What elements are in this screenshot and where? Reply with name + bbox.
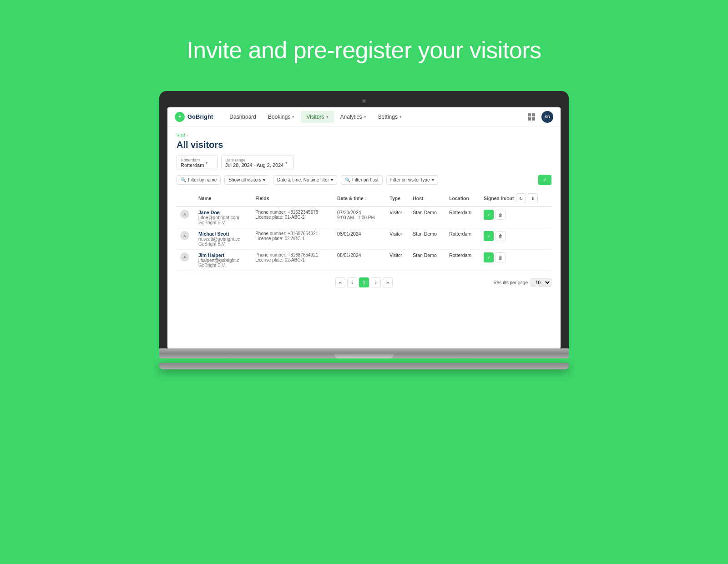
visitor-location: Rotterdam (449, 252, 471, 258)
delete-button[interactable]: 🗑 (495, 210, 506, 220)
laptop-base (159, 348, 569, 358)
datetime-filter-label: Date & time: No time filter (277, 177, 329, 182)
row-type-cell: Visitor (386, 228, 409, 250)
delete-button[interactable]: 🗑 (495, 231, 506, 241)
col-host-header: Host (409, 191, 445, 206)
visitor-date: 08/01/2024 (337, 252, 382, 258)
row-type-cell: Visitor (386, 206, 409, 228)
app-logo: GoBright (175, 112, 213, 122)
row-host-cell: Stan Demo (409, 206, 445, 228)
visitors-filter-chevron-icon: ▾ (263, 177, 265, 182)
visitors-chevron-icon: ▾ (326, 115, 329, 119)
breadcrumb-parent[interactable]: Visit (177, 133, 185, 138)
nav-item-settings[interactable]: Settings ▾ (373, 111, 407, 123)
visitor-type: Visitor (389, 232, 402, 237)
visitor-host: Stan Demo (413, 252, 437, 258)
laptop-mockup: GoBright Dashboard Bookings ▾ Visitors ▾ (159, 91, 569, 369)
nav-item-dashboard[interactable]: Dashboard (224, 111, 262, 123)
nav-item-visitors[interactable]: Visitors ▾ (301, 111, 334, 123)
row-name-cell: Michael Scott m.scott@gobright.cc GoBrig… (195, 228, 252, 250)
table-row: A Jane Doe j.doe@gobright.com GoBright B… (177, 206, 551, 228)
delete-button[interactable]: 🗑 (495, 252, 506, 262)
col-name-header[interactable]: Name (195, 191, 252, 206)
row-actions: ✓ 🗑 (484, 231, 548, 241)
row-location-cell: Rotterdam (445, 228, 480, 250)
visitors-filter-btn[interactable]: Show all visitors ▾ (224, 175, 269, 185)
row-signed-cell: ✓ 🗑 (480, 228, 551, 250)
visitors-filter-label: Show all visitors (228, 177, 261, 182)
datetime-chevron-icon: ▾ (331, 177, 333, 182)
visitor-avatar: A (180, 210, 189, 219)
page-prev-btn[interactable]: ‹ (347, 277, 357, 287)
row-type-cell: Visitor (386, 250, 409, 271)
row-avatar-cell: A (177, 206, 195, 228)
col-location-header: Location (445, 191, 480, 206)
visitor-field: Phone number: +31687654321 (255, 231, 330, 236)
edit-button[interactable]: ✓ (484, 210, 494, 220)
row-actions: ✓ 🗑 (484, 252, 548, 262)
logo-icon (175, 112, 185, 122)
visitor-date: 08/01/2024 (337, 231, 382, 237)
date-value: Jul 28, 2024 - Aug 2, 2024 (225, 162, 283, 168)
row-avatar-cell: A (177, 228, 195, 250)
date-range-filter[interactable]: Date range Jul 28, 2024 - Aug 2, 2024 ▾ (221, 156, 294, 170)
row-name-cell: Jim Halpert j.halpert@gobright.c GoBrigh… (195, 250, 252, 271)
visitors-table: Name Fields Date & time ↕ (177, 191, 551, 271)
filters-row: Rotterdam Rotterdam ▾ Date range Jul 28,… (177, 156, 551, 170)
location-label: Rotterdam (181, 158, 204, 162)
visitor-type: Visitor (389, 210, 402, 215)
visitor-field: Phone number: +31687654321 (255, 252, 330, 257)
edit-button[interactable]: ✓ (484, 231, 494, 241)
type-filter-btn[interactable]: Filter on visitor type ▾ (386, 175, 438, 185)
nav-items: Dashboard Bookings ▾ Visitors ▾ Analytic… (224, 111, 526, 123)
name-filter-btn[interactable]: 🔍 Filter by name (177, 175, 221, 185)
col-fields-header: Fields (252, 191, 334, 206)
location-chevron-icon: ▾ (206, 161, 208, 165)
type-chevron-icon: ▾ (432, 177, 434, 182)
nav-item-bookings[interactable]: Bookings ▾ (263, 111, 300, 123)
visitor-host: Stan Demo (413, 210, 437, 215)
sort-icon: ↕ (365, 196, 367, 201)
visitor-location: Rotterdam (449, 231, 471, 237)
nav-item-analytics[interactable]: Analytics ▾ (335, 111, 372, 123)
visitor-company: GoBright B.V. (198, 263, 248, 268)
user-avatar[interactable]: SD (541, 111, 553, 123)
row-host-cell: Stan Demo (409, 250, 445, 271)
download-button[interactable]: ⬇ (528, 193, 538, 203)
bookings-chevron-icon: ▾ (292, 115, 294, 119)
visitor-avatar: A (180, 231, 189, 240)
visitor-field: License plate: 02-ABC-1 (255, 257, 330, 262)
checkmark-icon: ✓ (543, 177, 547, 183)
datetime-filter-btn[interactable]: Date & time: No time filter ▾ (273, 175, 337, 185)
row-actions: ✓ 🗑 (484, 210, 548, 220)
filter-actions: ✓ (538, 175, 551, 185)
visitor-company: GoBright B.V. (198, 242, 248, 247)
location-filter[interactable]: Rotterdam Rotterdam ▾ (177, 156, 217, 170)
export-button[interactable]: ✓ (538, 175, 551, 185)
visitor-company: GoBright B.V. (198, 220, 248, 225)
results-label: Results per page (493, 280, 528, 285)
grid-icon[interactable] (526, 111, 537, 122)
visitor-type: Visitor (389, 253, 402, 258)
edit-button[interactable]: ✓ (484, 252, 494, 262)
refresh-button[interactable]: ↻ (516, 193, 526, 203)
page-current-btn[interactable]: 1 (359, 277, 369, 287)
hero-title: Invite and pre-register your visitors (187, 36, 541, 64)
results-select[interactable]: 10 25 50 (531, 278, 551, 287)
page-next-btn[interactable]: › (371, 277, 381, 287)
laptop-screen: GoBright Dashboard Bookings ▾ Visitors ▾ (167, 107, 561, 348)
laptop-camera (362, 99, 366, 103)
app-main: Visit › All visitors Rotterdam Rotterdam… (167, 126, 561, 348)
row-avatar-cell: A (177, 250, 195, 271)
host-filter-btn[interactable]: 🔍 Filter on host (341, 175, 383, 185)
page-first-btn[interactable]: « (335, 277, 345, 287)
row-signed-cell: ✓ 🗑 (480, 250, 551, 271)
page-last-btn[interactable]: » (383, 277, 393, 287)
table-row: A Michael Scott m.scott@gobright.cc GoBr… (177, 228, 551, 250)
visitor-name: Jim Halpert (198, 252, 248, 258)
row-location-cell: Rotterdam (445, 250, 480, 271)
row-datetime-cell: 08/01/2024 (334, 250, 386, 271)
filter-bar: 🔍 Filter by name Show all visitors ▾ Dat… (177, 175, 551, 185)
col-datetime-header[interactable]: Date & time ↕ (334, 191, 386, 206)
visitor-field: Phone number: +31632345678 (255, 210, 330, 215)
